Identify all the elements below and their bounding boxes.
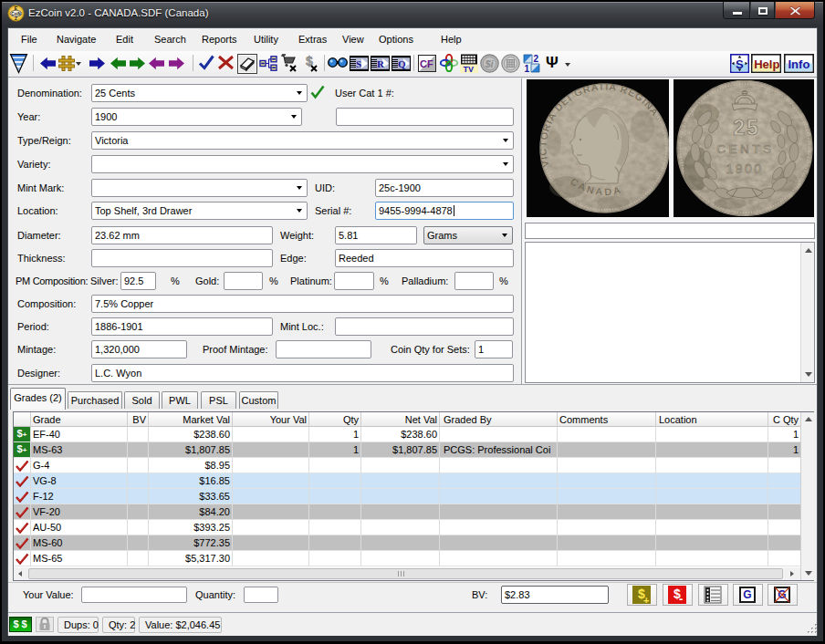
svg-text:CF: CF bbox=[420, 58, 433, 69]
svg-text:25: 25 bbox=[733, 116, 760, 140]
svg-text:1: 1 bbox=[525, 64, 530, 73]
svg-text:Q: Q bbox=[398, 58, 406, 69]
svg-text:Z: Z bbox=[15, 16, 17, 21]
svg-text:S: S bbox=[736, 57, 744, 71]
svg-text:CENTS: CENTS bbox=[716, 142, 774, 156]
svg-text:TV: TV bbox=[464, 65, 475, 73]
svg-text:$i: $i bbox=[485, 58, 495, 69]
svg-text:R: R bbox=[377, 58, 385, 69]
svg-text:Help: Help bbox=[754, 57, 779, 71]
svg-text:Info: Info bbox=[788, 57, 810, 71]
svg-text:2: 2 bbox=[534, 54, 539, 64]
svg-text:S: S bbox=[356, 58, 361, 69]
svg-text:1900: 1900 bbox=[726, 161, 763, 176]
